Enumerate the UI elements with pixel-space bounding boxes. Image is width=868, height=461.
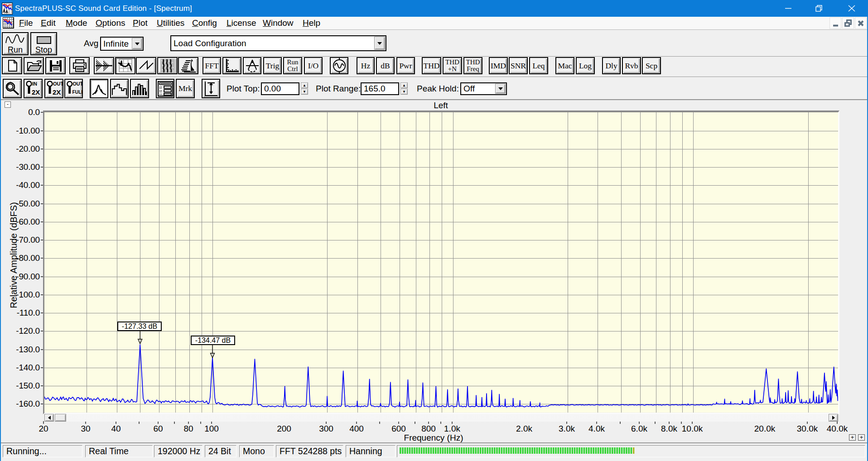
svg-text:FULL: FULL <box>72 89 82 94</box>
svg-text:IN: IN <box>32 81 37 86</box>
svg-text:2X: 2X <box>32 88 40 96</box>
svg-text:2X: 2X <box>53 88 61 96</box>
svg-text:OUT: OUT <box>53 81 63 86</box>
svg-text:OUT: OUT <box>73 81 82 86</box>
